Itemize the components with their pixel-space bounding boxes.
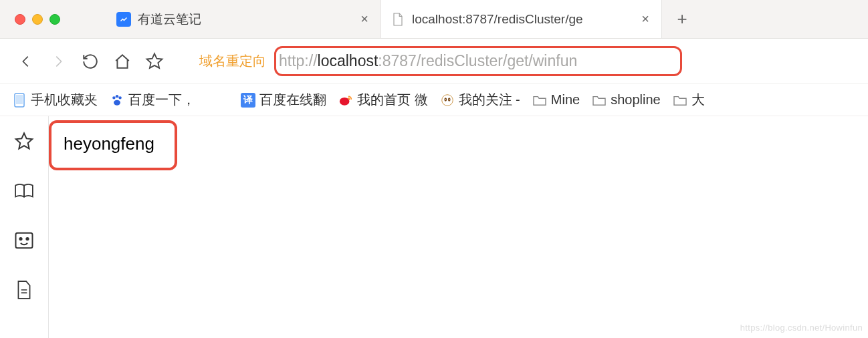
close-tab-icon[interactable]: × (639, 13, 652, 26)
bookmark-translate[interactable]: 译 百度在线翻 (241, 91, 326, 109)
side-face-button[interactable] (13, 230, 35, 251)
svg-point-14 (26, 238, 28, 240)
bookmark-mobile[interactable]: 手机收藏夹 (12, 91, 98, 109)
svg-point-11 (449, 99, 449, 100)
paw-icon (110, 93, 124, 108)
forward-button[interactable] (44, 47, 72, 75)
address-bar-wrap: 域名重定向 http:// localhost :8787 /redisClus… (199, 46, 856, 76)
svg-point-2 (112, 96, 115, 99)
back-button[interactable] (12, 47, 40, 75)
bookmark-label: 手机收藏夹 (31, 91, 98, 109)
bookmark-label: shopline (611, 92, 661, 108)
url-protocol: http:// (279, 52, 318, 70)
response-text: heyongfeng (64, 134, 154, 154)
bookmark-follow[interactable]: 我的关注 - (440, 91, 520, 109)
side-star-button[interactable] (13, 131, 35, 152)
watermark: https://blog.csdn.net/Howinfun (740, 323, 863, 333)
tab-localhost[interactable]: localhost:8787/redisCluster/ge × (381, 0, 662, 38)
home-button[interactable] (108, 47, 136, 75)
side-doc-button[interactable] (13, 279, 35, 301)
bookmark-weibo[interactable]: 我的首页 微 (338, 91, 428, 109)
bookmark-star-button[interactable] (140, 47, 169, 75)
url-path: /redisCluster/get/winfun (417, 52, 577, 70)
refresh-button[interactable] (76, 47, 104, 75)
response-highlight: heyongfeng (49, 120, 177, 170)
side-reader-button[interactable] (13, 180, 35, 202)
close-window-button[interactable] (15, 14, 25, 25)
folder-icon (532, 93, 547, 108)
redirect-label: 域名重定向 (199, 52, 266, 70)
url-port: :8787 (378, 52, 417, 70)
bookmarks-bar: 手机收藏夹 百度一下， 译 百度在线翻 我的首页 微 我的关注 - Mine s… (0, 84, 868, 116)
close-tab-icon[interactable]: × (358, 13, 371, 26)
page-content: heyongfeng https://blog.csdn.net/Howinfu… (49, 116, 868, 338)
maximize-window-button[interactable] (49, 14, 60, 25)
svg-point-7 (441, 94, 453, 106)
svg-point-13 (19, 238, 21, 240)
bookmark-label: 百度一下， (128, 91, 195, 109)
svg-point-4 (118, 96, 121, 99)
svg-rect-12 (16, 233, 33, 248)
content-area: heyongfeng https://blog.csdn.net/Howinfu… (0, 116, 868, 338)
bookmark-mine[interactable]: Mine (532, 92, 580, 108)
bookmark-label: Mine (551, 92, 580, 108)
note-app-icon (116, 12, 131, 27)
follow-icon (440, 93, 455, 108)
side-strip (0, 116, 49, 338)
weibo-icon (338, 93, 353, 108)
new-tab-button[interactable]: + (662, 0, 689, 38)
bookmark-shopline[interactable]: shopline (592, 92, 661, 108)
folder-icon (592, 93, 607, 108)
translate-icon: 译 (241, 93, 255, 108)
url-host: localhost (318, 52, 378, 70)
tab-youdao[interactable]: 有道云笔记 × (107, 0, 381, 38)
titlebar: 有道云笔记 × localhost:8787/redisCluster/ge ×… (0, 0, 868, 39)
tab-title: 有道云笔记 (138, 11, 351, 28)
tab-title: localhost:8787/redisCluster/ge (412, 12, 632, 27)
tabs: 有道云笔记 × localhost:8787/redisCluster/ge ×… (107, 0, 689, 38)
folder-icon (673, 93, 687, 108)
bookmark-big[interactable]: 大 (673, 91, 705, 109)
minimize-window-button[interactable] (32, 14, 43, 25)
url-input[interactable]: http:// localhost :8787 /redisCluster/ge… (274, 46, 682, 76)
window-controls (0, 14, 80, 25)
bookmark-baidu[interactable]: 百度一下， (110, 91, 195, 109)
bookmark-label: 百度在线翻 (259, 91, 326, 109)
bookmark-label: 我的关注 - (459, 91, 520, 109)
bookmark-label: 大 (691, 91, 705, 109)
svg-point-10 (445, 99, 445, 100)
bookmark-label: 我的首页 微 (357, 91, 428, 109)
mobile-icon (12, 93, 27, 108)
navbar: 域名重定向 http:// localhost :8787 /redisClus… (0, 39, 868, 84)
file-icon (391, 12, 405, 27)
svg-point-3 (116, 94, 118, 97)
svg-rect-1 (16, 95, 23, 104)
svg-point-5 (114, 100, 120, 105)
